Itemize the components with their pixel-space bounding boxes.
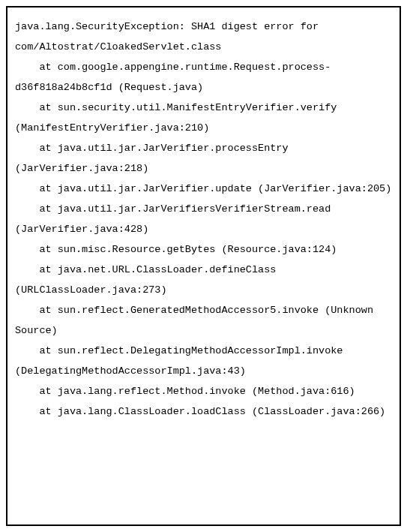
- stack-frame: at java.lang.ClassLoader.loadClass (Clas…: [15, 401, 392, 422]
- stack-frame: at sun.reflect.GeneratedMethodAccessor5.…: [15, 300, 392, 341]
- stack-frame: at java.util.jar.JarVerifier.update (Jar…: [15, 179, 392, 199]
- stack-frame: at java.lang.reflect.Method.invoke (Meth…: [15, 381, 392, 401]
- exception-message: java.lang.SecurityException: SHA1 digest…: [15, 17, 392, 57]
- stack-trace-container: java.lang.SecurityException: SHA1 digest…: [6, 6, 401, 526]
- stack-frame: at sun.reflect.DelegatingMethodAccessorI…: [15, 341, 392, 381]
- stack-frame: at sun.security.util.ManifestEntryVerifi…: [15, 98, 392, 138]
- stack-frame: at java.net.URL.ClassLoader.defineClass …: [15, 260, 392, 300]
- stack-frame: at java.util.jar.JarVerifiersVerifierStr…: [15, 199, 392, 239]
- stack-frame: at java.util.jar.JarVerifier.processEntr…: [15, 138, 392, 179]
- stack-frame: at com.google.appengine.runtime.Request.…: [15, 57, 392, 98]
- stack-frame: at sun.misc.Resource.getBytes (Resource.…: [15, 239, 392, 260]
